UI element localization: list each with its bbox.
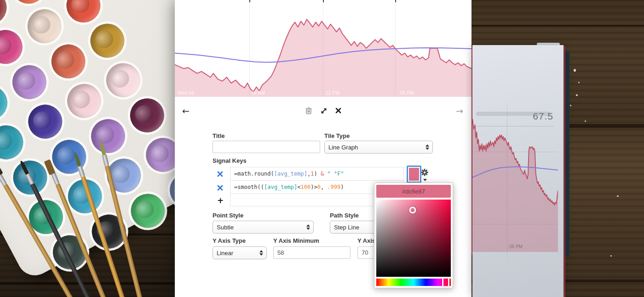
expression-token: =math.round(: [234, 171, 274, 177]
signal-key-input[interactable]: =math.round([avg_temp],1) & " °F": [230, 167, 404, 181]
wood-plank-gap: [472, 25, 644, 27]
color-chip: [409, 168, 419, 181]
time-axis-label: Wed 06: [178, 91, 194, 96]
tile-type-value: Line Graph: [328, 144, 358, 151]
paint-pan: [0, 24, 29, 70]
expression-token: &: [321, 171, 324, 177]
expression-token: ): [314, 171, 320, 177]
tile-editor-panel: Wed 0606 AM12 PM06 PM ← → Title Tile Typ…: [175, 0, 472, 297]
paint-pan: [0, 120, 29, 166]
path-style-value: Step Line: [334, 224, 359, 231]
paint-pan: [124, 92, 170, 138]
caret-down-icon[interactable]: [423, 179, 427, 181]
select-stepper-icon: [259, 250, 263, 256]
mini-line-graph: [472, 106, 558, 252]
hue-slider[interactable]: [376, 279, 451, 286]
color-hex-value: #dc6e87: [376, 185, 451, 198]
close-icon[interactable]: [335, 107, 341, 114]
y-axis-min-label: Y Axis Minimum: [273, 237, 319, 244]
tile-type-select[interactable]: Line Graph: [324, 141, 433, 154]
select-stepper-icon: [306, 224, 310, 230]
tile-preview-chart: Wed 0606 AM12 PM06 PM: [175, 0, 472, 97]
y-axis-min-input[interactable]: [273, 246, 351, 259]
trash-icon[interactable]: [305, 107, 312, 114]
expression-token: )>: [310, 184, 317, 190]
remove-signal-icon[interactable]: [217, 184, 224, 191]
title-input[interactable]: [213, 141, 320, 153]
expression-token: 100: [301, 184, 311, 190]
tile-type-label: Tile Type: [324, 132, 350, 139]
expression-token: ): [340, 184, 344, 190]
dashboard-tile-behind: 67.5 06 PM: [472, 45, 564, 297]
paint-pan: [0, 80, 13, 126]
time-axis-label: 06 PM: [400, 91, 414, 96]
mini-time-label: 06 PM: [509, 244, 523, 249]
expression-token: ,: [307, 171, 310, 177]
signal-keys-label: Signal Keys: [213, 157, 247, 164]
paint-pan: [85, 113, 131, 159]
page-stack-edge-dark: [565, 51, 569, 257]
axis-tick: [395, 0, 396, 2]
time-axis-label: 12 PM: [326, 91, 339, 96]
expression-token: =smooth((: [234, 184, 264, 190]
paint-pan: [22, 3, 68, 49]
screenshot-root: { "editor": { "toolbar": { "back_icon": …: [0, 0, 644, 297]
expression-token: [avg_temp]: [264, 184, 297, 190]
point-style-label: Point Style: [213, 212, 243, 219]
line-graph-preview: [175, 0, 472, 97]
paint-pan: [6, 0, 52, 10]
saturation-value-square[interactable]: [376, 200, 451, 277]
add-signal-icon[interactable]: +: [217, 196, 224, 205]
expression-token: .999: [327, 184, 340, 190]
background-photo-left: [0, 0, 175, 297]
paint-pan: [100, 57, 146, 103]
forward-arrow-icon[interactable]: →: [456, 106, 463, 116]
color-cursor[interactable]: [409, 206, 416, 213]
expression-token: ,: [321, 184, 327, 190]
signal-color-swatch-1[interactable]: [407, 166, 421, 183]
point-style-value: Subtle: [217, 224, 234, 231]
expression-token: 1: [310, 171, 314, 177]
paint-pan: [22, 99, 68, 145]
expression-token: [avg_temp]: [274, 171, 307, 177]
paint-pan: [0, 0, 13, 30]
time-axis-label: 06 AM: [251, 91, 265, 96]
path-style-label: Path Style: [330, 212, 359, 219]
axis-tick: [323, 0, 324, 2]
paint-pan: [6, 59, 52, 105]
expression-token: 0: [317, 184, 321, 190]
expression-token: <: [297, 184, 300, 190]
paint-pan: [61, 78, 107, 124]
select-stepper-icon: [426, 144, 429, 150]
hue-slider-handle[interactable]: [442, 278, 449, 286]
expression-token: " °F": [324, 171, 344, 177]
expand-icon[interactable]: [320, 107, 328, 114]
area-fill: [472, 119, 558, 252]
paint-pan: [60, 0, 106, 29]
remove-signal-icon[interactable]: [217, 170, 224, 177]
paint-pan: [46, 39, 92, 85]
axis-tick: [249, 0, 250, 2]
y-axis-type-select[interactable]: Linear: [213, 246, 267, 259]
point-style-select[interactable]: Subtle: [213, 221, 314, 234]
y-axis-type-label: Y Axis Type: [213, 237, 246, 244]
paint-pan: [84, 17, 130, 63]
color-picker-popup: #dc6e87: [374, 183, 453, 288]
y-axis-type-value: Linear: [217, 250, 233, 257]
tile-toolbar: ← →: [175, 103, 472, 121]
title-label: Title: [213, 132, 225, 139]
gear-icon[interactable]: [420, 168, 429, 177]
background-photo-right: 67.5 06 PM: [472, 0, 644, 297]
